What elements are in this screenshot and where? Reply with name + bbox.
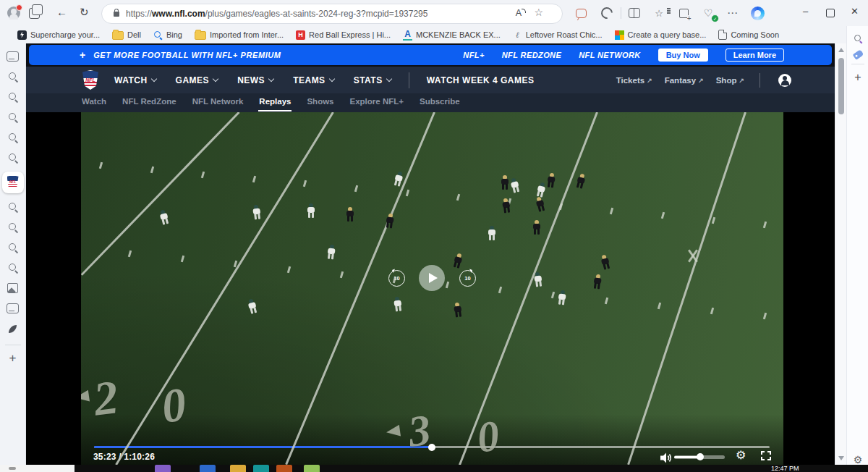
skip-back-10-button[interactable]: 10 xyxy=(388,270,405,287)
card-tab[interactable] xyxy=(3,48,23,65)
search-tab[interactable] xyxy=(3,88,23,106)
search-tab[interactable] xyxy=(3,239,23,256)
card-tab[interactable] xyxy=(3,300,23,317)
read-aloud-icon[interactable]: A xyxy=(516,8,522,18)
favorite-star-icon[interactable]: ☆ xyxy=(534,7,543,18)
bookmark-item[interactable]: AMCKENZIE BACK EX... xyxy=(403,30,501,41)
bookmark-item[interactable]: ℓLeftover Roast Chic... xyxy=(513,30,603,40)
sidebar-add-button[interactable]: + xyxy=(847,69,868,85)
subnav-item-explore-nfl-[interactable]: Explore NFL+ xyxy=(349,93,404,110)
nav-item-stats[interactable]: STATS xyxy=(354,75,391,85)
scroll-up-arrow-icon[interactable] xyxy=(838,48,844,52)
nfl-logo[interactable]: NFL xyxy=(82,70,98,90)
check-badge-icon: ✓ xyxy=(711,14,719,22)
taskbar-app-icon[interactable] xyxy=(230,465,246,472)
skip-forward-10-button[interactable]: 10 xyxy=(459,270,476,287)
settings-more-button[interactable]: ⋯ xyxy=(725,5,741,21)
player-leg xyxy=(551,182,554,187)
promo-link-nfl-network[interactable]: NFL NETWORK xyxy=(579,51,640,59)
chat-extension-icon[interactable] xyxy=(573,5,589,21)
player-leg xyxy=(580,182,584,188)
taskbar-app-icon[interactable] xyxy=(155,465,171,472)
taskbar-app-icon[interactable] xyxy=(253,465,269,472)
nav-link-tickets[interactable]: Tickets↗ xyxy=(616,76,652,85)
bookmark-label: Dell xyxy=(127,30,141,39)
subnav-item-subscribe[interactable]: Subscribe xyxy=(419,93,461,110)
search-tab[interactable] xyxy=(3,129,23,146)
bookmark-item[interactable]: Bing xyxy=(153,30,182,40)
player-leg xyxy=(161,219,165,224)
watch-week-cta[interactable]: WATCH WEEK 4 GAMES xyxy=(427,75,535,85)
taskbar-app-icon[interactable] xyxy=(200,465,216,472)
collections-button[interactable] xyxy=(676,5,692,21)
bookmark-item[interactable]: HRed Ball Express | Hi... xyxy=(296,30,391,40)
volume-handle[interactable] xyxy=(697,453,704,460)
minimize-button[interactable]: – xyxy=(803,6,808,17)
nav-item-games[interactable]: GAMES xyxy=(176,75,218,85)
taskbar-search-box[interactable] xyxy=(0,465,75,472)
search-tab[interactable] xyxy=(3,149,23,167)
scroll-down-arrow-icon[interactable] xyxy=(838,456,844,460)
maximize-button[interactable] xyxy=(826,9,835,17)
bookmark-item[interactable]: Create a query base... xyxy=(615,30,707,40)
nav-link-fantasy[interactable]: Fantasy↗ xyxy=(665,76,704,85)
new-tab-button[interactable]: + xyxy=(3,350,23,367)
account-avatar-icon[interactable] xyxy=(778,74,791,87)
subnav-item-nfl-network[interactable]: NFL Network xyxy=(192,93,244,110)
fullscreen-button[interactable] xyxy=(761,451,771,460)
favorites-button[interactable]: ☆ xyxy=(651,5,667,21)
search-tab[interactable] xyxy=(3,259,23,277)
learn-more-button[interactable]: Learn More xyxy=(726,49,784,62)
bookmark-item[interactable]: Dell xyxy=(112,30,141,40)
a-blue-favicon: A xyxy=(403,30,412,41)
lock-icon xyxy=(114,12,119,17)
player-leg xyxy=(562,299,565,305)
sidebar-shopping-button[interactable] xyxy=(847,46,868,62)
search-tab[interactable] xyxy=(3,68,23,85)
close-button[interactable]: ✕ xyxy=(851,6,859,17)
player-leg xyxy=(503,207,506,213)
bookmark-item[interactable]: Coming Soon xyxy=(718,30,779,40)
player-leg xyxy=(312,212,314,218)
browser-essentials-button[interactable]: ♡ ✓ xyxy=(700,5,716,21)
video-player[interactable]: 10 10 35:23 / 1:10:26 ⚙ 2030 xyxy=(26,112,835,465)
back-icon[interactable]: ← xyxy=(56,6,67,19)
image-tab[interactable] xyxy=(3,279,23,297)
nav-link-shop[interactable]: Shop↗ xyxy=(716,76,744,85)
search-tab[interactable] xyxy=(3,198,23,216)
yard-number: 0 xyxy=(475,416,501,457)
nfl-plus-promo-banner[interactable]: + GET MORE FOOTBALL WITH NFL+ PREMIUM NF… xyxy=(29,45,832,65)
subnav-item-watch[interactable]: Watch xyxy=(81,93,107,110)
copilot-button[interactable] xyxy=(749,5,765,21)
video-settings-button[interactable]: ⚙ xyxy=(736,448,746,462)
nav-item-teams[interactable]: TEAMS xyxy=(293,75,334,85)
buy-now-button[interactable]: Buy Now xyxy=(658,49,708,62)
workspaces-icon[interactable] xyxy=(29,8,40,19)
nav-item-news[interactable]: NEWS xyxy=(237,75,273,85)
refresh-icon[interactable]: ↻ xyxy=(80,6,89,19)
nav-item-watch[interactable]: WATCH xyxy=(114,75,156,85)
subnav-item-shows[interactable]: Shows xyxy=(306,93,334,110)
taskbar-app-icon[interactable] xyxy=(304,465,320,472)
tab-nfl-active[interactable]: NFL xyxy=(2,172,24,193)
feather-tab[interactable] xyxy=(3,320,23,337)
player-leg xyxy=(535,281,538,287)
subnav-item-nfl-redzone[interactable]: NFL RedZone xyxy=(122,93,177,110)
taskbar-app-icon[interactable] xyxy=(276,465,292,472)
promo-link-nfl-[interactable]: NFL+ xyxy=(463,51,484,59)
scrollbar-thumb[interactable] xyxy=(838,58,844,114)
play-button[interactable] xyxy=(419,265,445,291)
search-tab[interactable] xyxy=(3,219,23,236)
extension-icon[interactable] xyxy=(599,5,615,21)
sidebar-search-button[interactable] xyxy=(847,30,868,46)
split-screen-button[interactable] xyxy=(626,5,642,21)
search-tab[interactable] xyxy=(3,109,23,126)
address-bar[interactable]: https://www.nfl.com/plus/games/eagles-at… xyxy=(101,4,563,24)
volume-icon[interactable] xyxy=(660,452,673,463)
player-no xyxy=(501,198,512,214)
promo-link-nfl-redzone[interactable]: NFL REDZONE xyxy=(502,51,561,59)
bookmark-item[interactable]: Imported from Inter... xyxy=(195,30,284,40)
page-scrollbar[interactable] xyxy=(835,43,847,465)
bookmark-item[interactable]: Supercharge your... xyxy=(17,30,100,40)
subnav-item-replays[interactable]: Replays xyxy=(258,93,292,111)
